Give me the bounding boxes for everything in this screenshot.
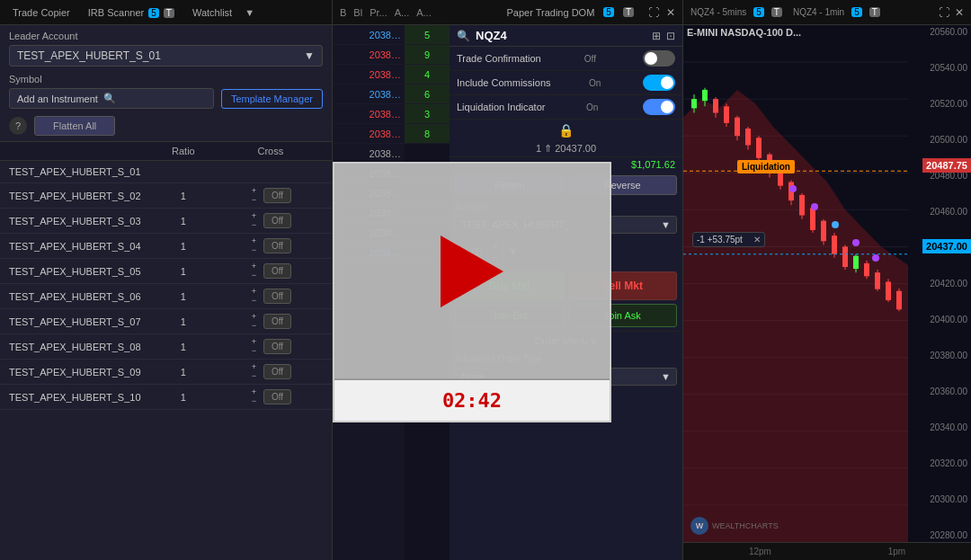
dom-close-icon[interactable]: ✕ (666, 6, 675, 19)
off-button[interactable]: Off (263, 213, 291, 228)
chevron-down-icon: ▼ (661, 371, 671, 382)
off-button[interactable]: Off (263, 339, 291, 354)
row-name: TEST_APEX_HUBERT_S_08 (9, 342, 148, 352)
dom-search-bar: 🔍 NQZ4 ⊞ ⊡ (450, 25, 682, 47)
svg-rect-52 (886, 281, 891, 300)
table-body: TEST_APEX_HUBERT_S_01 TEST_APEX_HUBERT_S… (0, 161, 332, 560)
price-level: 20420.00 (908, 279, 971, 289)
wealthcharts-icon: W (690, 517, 708, 535)
minus-button[interactable]: − (250, 347, 258, 355)
row-cross: +− Off (218, 288, 323, 305)
tab-watchlist[interactable]: Watchlist (187, 5, 237, 20)
video-overlay: 02:42 (333, 162, 611, 422)
trade-dot-purple (789, 185, 797, 192)
chart-top-bar: NQZ4 - 5mins 5 T NQZ4 - 1min 5 T ⛶ ✕ (683, 0, 971, 25)
price-level: 20560.00 (908, 27, 971, 37)
price-level: 20540.00 (908, 63, 971, 73)
plus-button[interactable]: + (250, 313, 258, 321)
position-close-icon[interactable]: ✕ (753, 235, 761, 244)
minus-button[interactable]: − (250, 397, 258, 405)
minus-button[interactable]: − (250, 221, 258, 229)
minus-button[interactable]: − (250, 322, 258, 330)
plus-button[interactable]: + (250, 187, 258, 195)
play-button[interactable] (441, 236, 503, 307)
svg-rect-48 (864, 263, 869, 276)
svg-rect-54 (896, 291, 902, 310)
chart-badge2: 5 (851, 7, 862, 17)
account-dropdown[interactable]: TEST_APEX_HUBERT_S_01 ▼ (9, 45, 323, 67)
plus-button[interactable]: + (250, 262, 258, 271)
off-button[interactable]: Off (263, 263, 291, 279)
price-cell: 2038… (333, 144, 405, 164)
video-timestamp: 02:42 (442, 389, 502, 412)
svg-rect-50 (875, 272, 880, 289)
main-price-display: 1 ⇑ 20437.00 (450, 141, 682, 157)
off-button[interactable]: Off (263, 289, 291, 304)
row-name: TEST_APEX_HUBERT_S_03 (9, 216, 148, 227)
bid-cell-empty (405, 144, 450, 164)
dom-col-pr: Pr... (370, 7, 388, 18)
chart-maximize-icon[interactable]: ⛶ (939, 6, 949, 19)
plus-button[interactable]: + (250, 288, 258, 296)
liquidation-indicator-toggle[interactable] (643, 99, 675, 115)
help-icon[interactable]: ? (9, 117, 27, 135)
table-row: TEST_APEX_HUBERT_S_06 1 +− Off (0, 284, 332, 309)
off-button[interactable]: Off (263, 314, 291, 329)
row-ratio: 1 (148, 367, 218, 378)
chart-badge1-t: T (771, 7, 782, 17)
svg-rect-46 (853, 256, 859, 269)
svg-rect-28 (756, 138, 762, 158)
chevron-down-icon: ▼ (304, 49, 315, 62)
include-commissions-toggle[interactable] (643, 75, 675, 91)
off-button[interactable]: Off (263, 389, 291, 404)
liquidation-indicator-label: Liquidation Indicator (457, 102, 545, 112)
plus-minus-buttons[interactable]: + − (250, 187, 258, 204)
row-cross: +− Off (218, 212, 323, 229)
chart-close-icon[interactable]: ✕ (955, 6, 964, 19)
instrument-input[interactable]: Add an Instrument 🔍 (9, 88, 214, 109)
dom-maximize-icon[interactable]: ⛶ (648, 6, 659, 19)
svg-rect-38 (810, 208, 815, 230)
price-cell: 2038… (333, 124, 405, 144)
row-cross: +− Off (218, 237, 323, 254)
external-link-icon[interactable]: ⊡ (666, 30, 675, 42)
trade-confirmation-label: Trade Confirmation (457, 53, 541, 64)
minus-button[interactable]: − (250, 246, 258, 254)
plus-button[interactable]: + (250, 212, 258, 220)
flatten-all-button[interactable]: Flatten All (34, 116, 115, 136)
table-row: TEST_APEX_HUBERT_S_03 1 +− Off (0, 209, 332, 234)
chart-panel: NQZ4 - 5mins 5 T NQZ4 - 1min 5 T ⛶ ✕ E-M… (683, 0, 971, 560)
video-play-area[interactable] (334, 164, 610, 378)
svg-rect-36 (799, 195, 805, 216)
minus-button[interactable]: − (250, 271, 258, 280)
off-button[interactable]: Off (263, 188, 291, 203)
trade-dot-purple (852, 239, 860, 246)
tab-irb-scanner[interactable]: IRB Scanner 5 T (83, 5, 180, 20)
row-name: TEST_APEX_HUBERT_S_06 (9, 291, 148, 302)
plus-button[interactable]: + (250, 363, 258, 371)
expand-icon[interactable]: ⊞ (652, 30, 661, 42)
plus-button[interactable]: + (250, 338, 258, 346)
trade-confirmation-toggle[interactable] (643, 50, 675, 67)
table-row: TEST_APEX_HUBERT_S_10 1 +− Off (0, 385, 332, 410)
bid-cell: 3 (405, 104, 450, 124)
chart-time-axis: 12pm 1pm (683, 542, 971, 560)
minus-button[interactable]: − (250, 196, 258, 204)
tab-trade-copier[interactable]: Trade Copier (7, 5, 76, 20)
symbol-search-input[interactable]: NQZ4 (476, 29, 558, 42)
row-cross: +− Off (218, 262, 323, 280)
plus-button[interactable]: + (250, 388, 258, 396)
include-commissions-row: Include Commissions On (450, 71, 682, 95)
price-cell: 2038… (333, 104, 405, 124)
template-manager-button[interactable]: Template Manager (221, 89, 323, 109)
dom-badge-t: T (623, 7, 634, 17)
off-button[interactable]: Off (263, 364, 291, 379)
off-button[interactable]: Off (263, 238, 291, 253)
minus-button[interactable]: − (250, 297, 258, 305)
bid-cell: 4 (405, 65, 450, 84)
account-label: Leader Account (0, 25, 332, 43)
minus-button[interactable]: − (250, 372, 258, 380)
plus-button[interactable]: + (250, 237, 258, 245)
list-item: TEST_APEX_HUBERT_S_01 (0, 161, 332, 183)
dom-top-bar: B Bl Pr... A... A... Paper Trading DOM 5… (333, 0, 682, 25)
